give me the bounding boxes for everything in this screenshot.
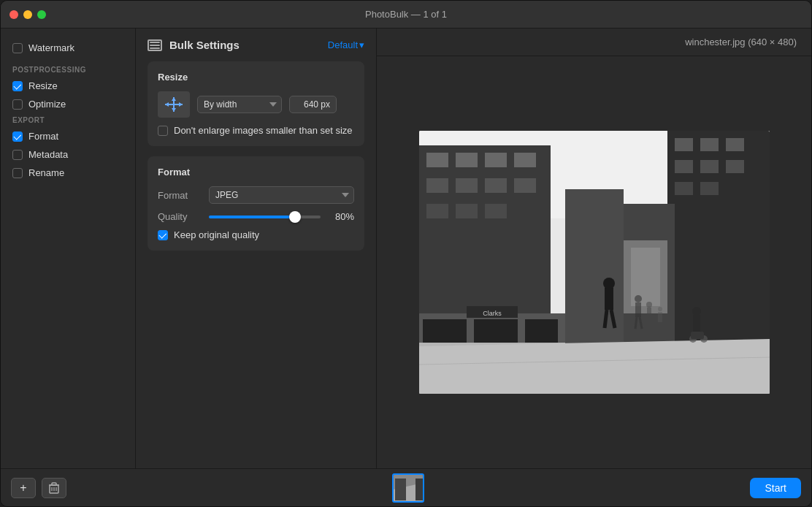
svg-rect-0 [150,42,160,43]
resize-checkbox[interactable] [12,81,23,91]
svg-marker-7 [172,97,176,101]
delete-button[interactable] [42,478,66,498]
svg-rect-36 [675,182,693,195]
window-title: PhotoBulk — 1 of 1 [365,9,447,20]
sidebar-item-optimize[interactable]: Optimize [1,95,135,113]
sidebar-item-metadata[interactable]: Metadata [1,145,135,164]
svg-rect-30 [675,138,693,151]
svg-point-53 [635,295,642,302]
preview-image-container: Clarks [419,131,770,394]
svg-rect-67 [52,483,56,485]
svg-point-61 [692,307,701,316]
format-checkbox[interactable] [12,131,23,142]
svg-rect-48 [605,288,613,310]
watermark-label: Watermark [28,42,74,53]
bottom-toolbar: + [1,468,811,506]
resize-icon [158,91,190,118]
svg-rect-37 [700,182,719,195]
svg-rect-14 [485,153,507,167]
metadata-checkbox[interactable] [12,150,23,160]
thumbnail-strip [392,473,424,503]
resize-section-title: Resize [158,72,354,83]
sidebar-item-rename[interactable]: Rename [1,164,135,182]
toolbar-center [392,473,424,503]
keep-quality-checkbox[interactable] [158,230,168,240]
svg-point-49 [603,278,615,289]
bulk-settings-icon [148,39,162,51]
preset-arrow: ▾ [359,39,364,50]
preset-label: Default [328,39,358,50]
quality-slider-wrap [209,216,321,218]
svg-rect-15 [514,153,536,167]
svg-rect-73 [395,479,406,500]
svg-rect-74 [415,479,424,500]
resize-label: Resize [28,80,58,91]
quality-value: 80% [328,211,354,222]
svg-rect-18 [485,178,507,193]
sidebar-item-resize[interactable]: Resize [1,77,135,95]
export-label: EXPORT [1,113,135,127]
optimize-checkbox[interactable] [12,99,23,110]
app-window: PhotoBulk — 1 of 1 Watermark POSTPROCESS… [0,0,812,507]
svg-marker-8 [172,108,176,112]
svg-rect-20 [426,204,448,218]
svg-marker-4 [165,102,169,107]
quality-label: Quality [158,211,202,222]
settings-panel: Bulk Settings Default ▾ Resize [136,28,377,468]
dont-enlarge-label: Don't enlarge images smaller than set si… [174,125,353,136]
format-label: Format [28,131,58,142]
svg-rect-1 [150,45,160,46]
close-button[interactable] [9,10,18,19]
svg-rect-19 [514,178,536,193]
dont-enlarge-row: Don't enlarge images smaller than set si… [158,125,354,136]
bulk-settings-title: Bulk Settings [169,39,240,51]
maximize-button[interactable] [37,10,46,19]
dont-enlarge-checkbox[interactable] [158,126,168,136]
settings-header-left: Bulk Settings [148,39,240,51]
svg-point-57 [646,302,652,308]
rename-checkbox[interactable] [12,168,23,178]
svg-rect-32 [726,138,744,151]
format-section-title: Format [158,167,354,178]
keep-quality-row: Keep original quality [158,229,354,240]
svg-line-50 [605,310,607,328]
svg-rect-31 [700,138,719,151]
svg-text:Clarks: Clarks [483,310,502,317]
resize-method-select[interactable]: By width By height By longest side By sh… [197,96,282,113]
watermark-checkbox[interactable] [12,43,23,53]
svg-rect-13 [456,153,478,167]
svg-marker-5 [179,102,183,107]
preview-panel: winchester.jpg (640 × 480) [377,28,811,468]
toolbar-left: + [11,478,66,498]
settings-header: Bulk Settings Default ▾ [148,28,364,61]
svg-rect-21 [456,204,478,218]
svg-line-54 [635,317,637,329]
format-select[interactable]: JPEG PNG TIFF GIF [209,186,354,204]
resize-size-input[interactable] [289,96,337,113]
add-button[interactable]: + [11,478,36,498]
format-section: Format Format JPEG PNG TIFF GIF Quality [148,156,364,251]
svg-rect-2 [150,47,160,49]
trash-icon [49,482,59,494]
svg-rect-35 [726,160,744,173]
start-button[interactable]: Start [750,478,801,498]
quality-slider[interactable] [209,216,321,218]
sidebar-item-watermark[interactable]: Watermark [1,39,135,57]
titlebar: PhotoBulk — 1 of 1 [1,1,811,28]
minimize-button[interactable] [23,10,32,19]
svg-rect-33 [675,160,693,173]
preview-filename: winchester.jpg (640 × 480) [685,37,797,47]
svg-rect-34 [700,160,719,173]
svg-rect-17 [456,178,478,193]
thumbnail-item[interactable] [392,473,424,503]
traffic-lights [9,10,46,19]
postprocessing-label: POSTPROCESSING [1,63,135,77]
resize-section: Resize [148,61,364,146]
sidebar-item-format[interactable]: Format [1,127,135,145]
preset-dropdown[interactable]: Default ▾ [328,39,364,50]
svg-rect-58 [658,312,662,322]
svg-rect-56 [647,308,651,319]
preview-image-area: Clarks [377,56,811,468]
rename-label: Rename [28,167,64,178]
content-columns: Bulk Settings Default ▾ Resize [136,28,811,468]
